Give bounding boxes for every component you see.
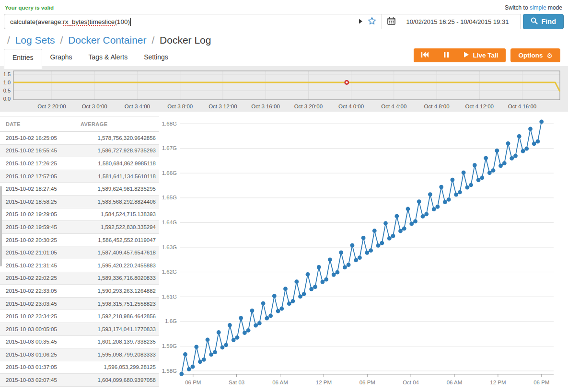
table-row: 2015-10-03 01:06:251,595,098,799.2083333: [0, 348, 159, 361]
breadcrumb-log-sets[interactable]: Log Sets: [15, 35, 55, 46]
live-tail-button[interactable]: Live Tail: [456, 48, 506, 62]
cell-average: 1,592,522,830.335294: [77, 224, 159, 230]
table-row: 2015-10-02 18:58:251,583,568,292.8824406: [0, 196, 159, 208]
table-body: 2015-10-02 16:25:051,578,756,320.9642856…: [0, 132, 159, 387]
gear-icon: ⚙: [546, 52, 553, 59]
date-range-value[interactable]: 10/02/2015 16:25 - 10/04/2015 19:31: [400, 18, 515, 25]
cell-average: 1,595,098,799.2083333: [77, 352, 159, 357]
average-rx-bytes-chart[interactable]: 1.68G1.67G1.66G1.65G1.64G1.63G1.62G1.61G…: [159, 115, 564, 387]
top-status-row: Your query is valid Switch to simple mod…: [0, 0, 568, 13]
cell-average: 1,586,452,552.0119047: [77, 237, 159, 243]
pause-icon: [444, 52, 449, 59]
table-row: 2015-10-02 20:30:251,586,452,552.0119047: [0, 234, 159, 247]
aggregate-table: DATE AVERAGE 2015-10-02 16:25:051,578,75…: [0, 116, 159, 387]
query-text-segment: rx_bytes: [63, 18, 87, 25]
search-row: calculate(average:rx_bytes) timeslice(10…: [4, 14, 564, 29]
cell-average: 1,586,727,928.9735293: [77, 148, 159, 153]
cell-average: 1,604,099,680.9397058: [77, 377, 159, 383]
svg-text:Oct 4 0:00: Oct 4 0:00: [338, 104, 364, 109]
cell-average: 1,580,684,862.9985118: [77, 161, 159, 166]
cell-average: 1,589,624,981.8235295: [77, 186, 159, 192]
table-header: DATE AVERAGE: [0, 116, 159, 132]
tab-tags-alerts[interactable]: Tags & Alerts: [81, 49, 136, 66]
cell-date: 2015-10-03 02:07:45: [0, 377, 77, 383]
table-row: 2015-10-02 23:34:251,592,218,986.4642856: [0, 310, 159, 323]
cell-average: 1,581,641,134.5610118: [77, 173, 159, 179]
table-row: 2015-10-02 22:33:051,590,293,263.1264882: [0, 285, 159, 298]
table-row: 2015-10-02 16:55:451,586,727,928.9735293: [0, 145, 159, 158]
timeline-position-marker[interactable]: [345, 81, 348, 84]
cell-average: 1,593,174,041.1770833: [77, 326, 159, 332]
svg-text:1.5: 1.5: [3, 71, 11, 77]
cell-average: 1,592,218,986.4642856: [77, 313, 159, 319]
options-label: Options: [518, 52, 543, 59]
svg-text:Sat 03: Sat 03: [229, 380, 244, 385]
skip-to-start-button[interactable]: [414, 48, 436, 62]
svg-text:1.65G: 1.65G: [162, 195, 177, 200]
cell-date: 2015-10-02 19:29:05: [0, 211, 77, 217]
cell-date: 2015-10-03 01:37:05: [0, 364, 77, 370]
table-row: 2015-10-02 17:26:251,580,684,862.9985118: [0, 157, 159, 170]
tab-entries[interactable]: Entries: [4, 49, 42, 69]
options-button[interactable]: Options ⚙: [510, 48, 560, 62]
svg-text:12 PM: 12 PM: [316, 380, 332, 385]
table-row: 2015-10-03 00:35:451,601,208,139.7338235: [0, 336, 159, 349]
play-icon: [359, 18, 363, 25]
cell-average: 1,596,053,299.28125: [77, 364, 159, 370]
svg-text:0.0: 0.0: [3, 96, 11, 102]
svg-text:1.64G: 1.64G: [162, 219, 177, 225]
timeline-strip[interactable]: Oct 2 20:00Oct 3 0:00Oct 3 4:00Oct 3 8:0…: [0, 66, 568, 112]
playback-button-group: Live Tail: [414, 48, 506, 62]
find-button-label: Find: [541, 18, 556, 25]
query-actions-segment: [353, 14, 382, 29]
svg-text:1.59G: 1.59G: [162, 343, 177, 349]
timeline-chart[interactable]: Oct 2 20:00Oct 3 0:00Oct 3 4:00Oct 3 8:0…: [0, 66, 568, 112]
search-input[interactable]: calculate(average:rx_bytes) timeslice(10…: [4, 14, 353, 29]
svg-text:06 AM: 06 AM: [272, 380, 288, 385]
tab-settings[interactable]: Settings: [136, 49, 176, 66]
svg-text:1.61G: 1.61G: [162, 294, 177, 300]
table-row: 2015-10-02 22:02:251,589,336,716.8020833: [0, 272, 159, 285]
svg-text:Oct 3 4:00: Oct 3 4:00: [125, 104, 150, 109]
breadcrumb-docker-container[interactable]: Docker Container: [68, 35, 146, 46]
live-tail-label: Live Tail: [473, 52, 498, 59]
run-query-button[interactable]: [359, 18, 363, 25]
cell-date: 2015-10-02 23:03:45: [0, 301, 77, 307]
date-range-segment[interactable]: 10/02/2015 16:25 - 10/04/2015 19:31: [382, 14, 521, 29]
simple-mode-link[interactable]: simple: [530, 4, 546, 11]
cell-date: 2015-10-02 18:58:25: [0, 199, 77, 205]
pause-button[interactable]: [436, 48, 456, 62]
table-row: 2015-10-02 16:25:051,578,756,320.9642856: [0, 132, 159, 145]
cell-average: 1,598,315,751.2558823: [77, 301, 159, 307]
svg-text:06 PM: 06 PM: [533, 380, 549, 385]
svg-text:Oct 3 16:00: Oct 3 16:00: [251, 104, 279, 109]
svg-text:1.66G: 1.66G: [162, 170, 177, 176]
cell-date: 2015-10-02 16:25:05: [0, 135, 77, 141]
tab-graphs[interactable]: Graphs: [42, 49, 81, 66]
favorite-query-button[interactable]: [368, 17, 376, 26]
cell-date: 2015-10-02 22:02:25: [0, 275, 77, 281]
rewind-icon: [421, 52, 429, 59]
cell-average: 1,587,409,457.6547618: [77, 250, 159, 255]
find-button[interactable]: Find: [523, 14, 564, 29]
cell-date: 2015-10-03 01:06:25: [0, 352, 77, 357]
mode-switch-prefix: Switch to: [505, 4, 528, 11]
svg-text:1.63G: 1.63G: [162, 244, 177, 250]
live-tail-toolbar: Live Tail Options ⚙: [414, 48, 560, 62]
chart-panel: 1.68G1.67G1.66G1.65G1.64G1.63G1.62G1.61G…: [159, 115, 568, 389]
play-icon: [464, 52, 469, 59]
query-text-segment: calculate(average:: [10, 18, 63, 25]
cell-date: 2015-10-02 21:31:45: [0, 263, 77, 268]
breadcrumb-separator: /: [151, 35, 154, 46]
cell-average: 1,601,208,139.7338235: [77, 339, 159, 345]
breadcrumb: / Log Sets / Docker Container / Docker L…: [5, 35, 568, 46]
cell-average: 1,583,568,292.8824406: [77, 199, 159, 205]
page-scrollbar[interactable]: [0, 186, 2, 266]
calendar-icon: [387, 17, 395, 27]
svg-text:06 AM: 06 AM: [447, 380, 463, 385]
breadcrumb-current-log: Docker Log: [160, 35, 211, 46]
svg-text:Oct 3 20:00: Oct 3 20:00: [294, 104, 323, 109]
query-text-segment: (100): [115, 18, 130, 25]
table-row: 2015-10-02 21:01:051,587,409,457.6547618: [0, 246, 159, 259]
column-header-average: AVERAGE: [77, 121, 159, 127]
